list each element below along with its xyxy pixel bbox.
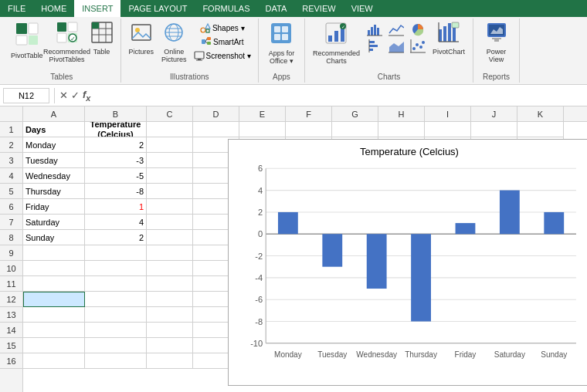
scatter-chart-button[interactable] xyxy=(408,39,428,54)
cell-a15[interactable] xyxy=(23,338,85,353)
cell-b6[interactable]: 1 xyxy=(85,199,147,215)
cell-b1[interactable]: Temperature(Celcius) xyxy=(85,122,147,137)
row-header-12[interactable]: 12 xyxy=(0,292,22,307)
row-header-13[interactable]: 13 xyxy=(0,307,22,323)
cell-a7[interactable]: Saturday xyxy=(23,215,85,230)
recommended-charts-button[interactable]: ✓ RecommendedCharts xyxy=(310,20,363,66)
cancel-formula-icon[interactable]: ✕ xyxy=(59,90,68,101)
row-header-5[interactable]: 5 xyxy=(0,184,22,199)
cell-b12[interactable] xyxy=(85,292,147,307)
row-header-8[interactable]: 8 xyxy=(0,230,22,245)
cell-c13[interactable] xyxy=(147,307,193,323)
cell-i1[interactable] xyxy=(425,122,471,137)
cell-g1[interactable] xyxy=(332,122,378,137)
col-header-a[interactable]: A xyxy=(23,106,85,121)
shapes-button[interactable]: Shapes ▾ xyxy=(192,22,253,34)
confirm-formula-icon[interactable]: ✓ xyxy=(71,90,80,101)
pictures-button[interactable]: Pictures xyxy=(126,20,158,57)
cell-a5[interactable]: Thursday xyxy=(23,184,85,199)
row-header-6[interactable]: 6 xyxy=(0,199,22,215)
column-chart-button[interactable] xyxy=(365,22,385,37)
row-header-7[interactable]: 7 xyxy=(0,215,22,230)
cell-b15[interactable] xyxy=(85,338,147,353)
cell-b5[interactable]: -8 xyxy=(85,184,147,199)
chart-container[interactable]: Temperature (Celcius) -10-8-6-4-20246Mon… xyxy=(228,139,587,386)
col-header-d[interactable]: D xyxy=(193,106,239,121)
cell-h1[interactable] xyxy=(378,122,425,137)
pie-chart-button[interactable] xyxy=(408,22,428,37)
cell-c12[interactable] xyxy=(147,292,193,307)
row-header-16[interactable]: 16 xyxy=(0,353,22,369)
col-header-f[interactable]: F xyxy=(286,106,332,121)
col-header-i[interactable]: I xyxy=(425,106,471,121)
row-header-2[interactable]: 2 xyxy=(0,137,22,153)
tab-view[interactable]: VIEW xyxy=(344,0,381,17)
cell-c8[interactable] xyxy=(147,230,193,245)
cell-b7[interactable]: 4 xyxy=(85,215,147,230)
cell-a9[interactable] xyxy=(23,245,85,261)
tab-file[interactable]: FILE xyxy=(0,0,33,17)
cell-f1[interactable] xyxy=(286,122,332,137)
tab-page-layout[interactable]: PAGE LAYOUT xyxy=(120,0,195,17)
apps-for-office-button[interactable]: Apps forOffice ▾ xyxy=(266,20,298,66)
cell-a12[interactable] xyxy=(23,292,85,307)
cell-a4[interactable]: Wednesday xyxy=(23,168,85,184)
cell-c14[interactable] xyxy=(147,323,193,338)
cell-b3[interactable]: -3 xyxy=(85,153,147,168)
cell-c6[interactable] xyxy=(147,199,193,215)
cell-a11[interactable] xyxy=(23,276,85,292)
col-header-g[interactable]: G xyxy=(332,106,378,121)
cell-reference-input[interactable]: N12 xyxy=(3,88,49,103)
online-pictures-button[interactable]: OnlinePictures xyxy=(158,20,190,65)
cell-e1[interactable] xyxy=(239,122,286,137)
cell-c4[interactable] xyxy=(147,168,193,184)
row-header-10[interactable]: 10 xyxy=(0,261,22,276)
area-chart-button[interactable] xyxy=(386,39,406,54)
formula-input[interactable] xyxy=(93,88,584,103)
cell-a3[interactable]: Tuesday xyxy=(23,153,85,168)
row-header-15[interactable]: 15 xyxy=(0,338,22,353)
col-header-c[interactable]: C xyxy=(147,106,193,121)
line-chart-button[interactable] xyxy=(386,22,406,37)
row-header-14[interactable]: 14 xyxy=(0,323,22,338)
cell-b10[interactable] xyxy=(85,261,147,276)
cell-c16[interactable] xyxy=(147,353,193,369)
cell-b16[interactable] xyxy=(85,353,147,369)
tab-home[interactable]: HOME xyxy=(33,0,74,17)
row-header-11[interactable]: 11 xyxy=(0,276,22,292)
cell-a1[interactable]: Days xyxy=(23,122,85,137)
row-header-3[interactable]: 3 xyxy=(0,153,22,168)
cell-d1[interactable] xyxy=(193,122,239,137)
row-header-9[interactable]: 9 xyxy=(0,245,22,261)
cell-c15[interactable] xyxy=(147,338,193,353)
cell-a13[interactable] xyxy=(23,307,85,323)
tab-formulas[interactable]: FORMULAS xyxy=(195,0,257,17)
cell-b4[interactable]: -5 xyxy=(85,168,147,184)
cell-k1[interactable] xyxy=(517,122,564,137)
col-header-b[interactable]: B xyxy=(85,106,147,121)
col-header-h[interactable]: H xyxy=(378,106,425,121)
cell-c5[interactable] xyxy=(147,184,193,199)
cell-c7[interactable] xyxy=(147,215,193,230)
cell-a10[interactable] xyxy=(23,261,85,276)
smartart-button[interactable]: SmartArt xyxy=(192,35,253,48)
cell-c10[interactable] xyxy=(147,261,193,276)
cell-b8[interactable]: 2 xyxy=(85,230,147,245)
cell-c2[interactable] xyxy=(147,137,193,153)
cell-a6[interactable]: Friday xyxy=(23,199,85,215)
cell-b9[interactable] xyxy=(85,245,147,261)
cell-b11[interactable] xyxy=(85,276,147,292)
cell-c11[interactable] xyxy=(147,276,193,292)
cell-a16[interactable] xyxy=(23,353,85,369)
col-header-e[interactable]: E xyxy=(239,106,286,121)
cell-a2[interactable]: Monday xyxy=(23,137,85,153)
cell-a14[interactable] xyxy=(23,323,85,338)
cell-b14[interactable] xyxy=(85,323,147,338)
tab-review[interactable]: REVIEW xyxy=(294,0,343,17)
screenshot-button[interactable]: Screenshot ▾ xyxy=(192,49,253,62)
col-header-j[interactable]: J xyxy=(471,106,517,121)
cell-c1[interactable] xyxy=(147,122,193,137)
bar-chart-button[interactable] xyxy=(365,39,385,54)
table-button[interactable]: Table xyxy=(88,20,116,57)
tab-insert[interactable]: INSERT xyxy=(74,0,120,17)
